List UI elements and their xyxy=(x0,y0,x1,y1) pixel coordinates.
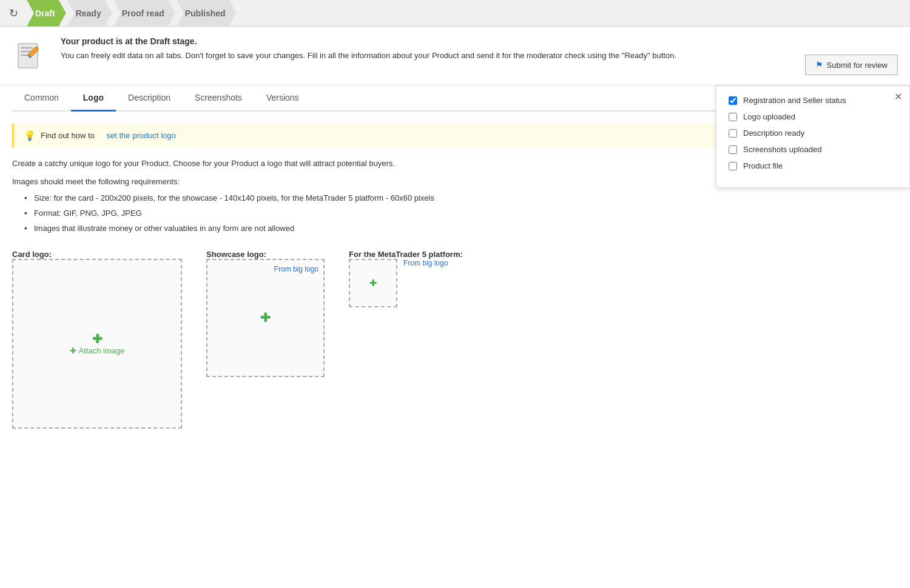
step-draft[interactable]: Draft xyxy=(27,0,66,27)
requirement-item: Size: for the card - 200x200 pixels, for… xyxy=(24,192,898,205)
checklist-label-product-file[interactable]: Product file xyxy=(743,161,783,170)
tab-logo[interactable]: Logo xyxy=(71,85,116,112)
draft-banner: Your product is at the Draft stage. You … xyxy=(0,27,910,85)
checklist-label-screenshots[interactable]: Screenshots uploaded xyxy=(743,145,821,154)
draft-icon xyxy=(12,36,51,75)
bulb-icon: 💡 xyxy=(24,130,36,141)
platform-from-big-logo[interactable]: From big logo xyxy=(403,259,448,267)
checklist-checkbox-product-file[interactable] xyxy=(729,162,737,170)
checklist-item-description: Description ready xyxy=(729,129,897,138)
tab-common[interactable]: Common xyxy=(12,85,71,112)
checklist-item-product-file: Product file xyxy=(729,161,897,170)
step-proof-read[interactable]: Proof read xyxy=(113,0,175,27)
requirements-list: Size: for the card - 200x200 pixels, for… xyxy=(12,192,898,235)
logo-sections: Card logo: ✚ ✚ Attach image Showcase log… xyxy=(12,250,898,429)
step-ready-label: Ready xyxy=(76,8,101,18)
submit-review-button[interactable]: ⚑ Submit for review xyxy=(805,55,898,75)
checklist-item-logo: Logo uploaded xyxy=(729,112,897,121)
flag-icon: ⚑ xyxy=(815,60,823,70)
showcase-logo-upload[interactable]: From big logo ✚ xyxy=(206,259,325,377)
checklist-label-registration[interactable]: Registration and Seller status xyxy=(743,96,846,105)
checklist-popup: ✕ Registration and Seller status Logo up… xyxy=(716,85,910,188)
draft-title: Your product is at the Draft stage. xyxy=(61,36,795,46)
tab-versions[interactable]: Versions xyxy=(254,85,311,112)
draft-text: Your product is at the Draft stage. You … xyxy=(61,36,795,62)
tab-versions-label: Versions xyxy=(266,93,299,102)
tab-logo-label: Logo xyxy=(83,93,104,102)
attach-plus-icon: ✚ xyxy=(70,346,76,355)
showcase-from-big-logo[interactable]: From big logo xyxy=(274,265,318,273)
info-text: Find out how to xyxy=(41,131,95,140)
attach-text: Attach image xyxy=(79,346,125,355)
attach-label: ✚ Attach image xyxy=(70,346,125,355)
checklist-checkbox-screenshots[interactable] xyxy=(729,145,737,154)
refresh-button[interactable]: ↻ xyxy=(0,0,27,27)
checklist-label-logo[interactable]: Logo uploaded xyxy=(743,112,795,121)
checklist-label-description[interactable]: Description ready xyxy=(743,129,804,138)
showcase-logo-label: Showcase logo: xyxy=(206,250,325,259)
step-published-label: Published xyxy=(185,8,226,18)
platform-logo-container: ✚ From big logo xyxy=(349,259,463,307)
tab-screenshots-label: Screenshots xyxy=(195,93,242,102)
platform-logo-label: For the MetaTrader 5 platform: xyxy=(349,250,463,259)
showcase-plus-icon: ✚ xyxy=(260,310,271,325)
checklist-item-registration: Registration and Seller status xyxy=(729,96,897,105)
svg-rect-1 xyxy=(21,47,33,48)
requirement-item: Format: GIF, PNG, JPG, JPEG xyxy=(24,207,898,220)
tab-description-label: Description xyxy=(128,93,170,102)
draft-description: You can freely edit data on all tabs. Do… xyxy=(61,50,795,62)
step-ready[interactable]: Ready xyxy=(67,0,112,27)
step-published[interactable]: Published xyxy=(177,0,237,27)
main-content: Common Logo Description Screenshots Vers… xyxy=(0,85,910,453)
info-link[interactable]: set the product logo xyxy=(107,131,176,140)
card-logo-label: Card logo: xyxy=(12,250,182,259)
step-draft-label: Draft xyxy=(35,8,55,18)
requirement-item: Images that illustrate money or other va… xyxy=(24,222,898,235)
platform-logo-upload[interactable]: ✚ xyxy=(349,259,397,307)
checklist-checkbox-logo[interactable] xyxy=(729,113,737,121)
tab-common-label: Common xyxy=(24,93,59,102)
checklist-checkbox-registration[interactable] xyxy=(729,96,737,105)
checklist-checkbox-description[interactable] xyxy=(729,129,737,138)
card-logo-upload[interactable]: ✚ ✚ Attach image xyxy=(12,259,182,429)
tab-screenshots[interactable]: Screenshots xyxy=(183,85,254,112)
platform-plus-icon: ✚ xyxy=(369,278,377,288)
showcase-logo-section: Showcase logo: From big logo ✚ xyxy=(206,250,325,377)
submit-review-label: Submit for review xyxy=(827,61,888,70)
refresh-icon: ↻ xyxy=(9,7,18,20)
tab-description[interactable]: Description xyxy=(116,85,183,112)
plus-icon: ✚ xyxy=(92,332,103,346)
step-proof-read-label: Proof read xyxy=(122,8,164,18)
checklist-item-screenshots: Screenshots uploaded xyxy=(729,145,897,154)
checklist-close-button[interactable]: ✕ xyxy=(894,91,902,102)
card-logo-section: Card logo: ✚ ✚ Attach image xyxy=(12,250,182,429)
platform-logo-section: For the MetaTrader 5 platform: ✚ From bi… xyxy=(349,250,463,307)
status-bar: ↻ Draft Ready Proof read Published xyxy=(0,0,910,27)
